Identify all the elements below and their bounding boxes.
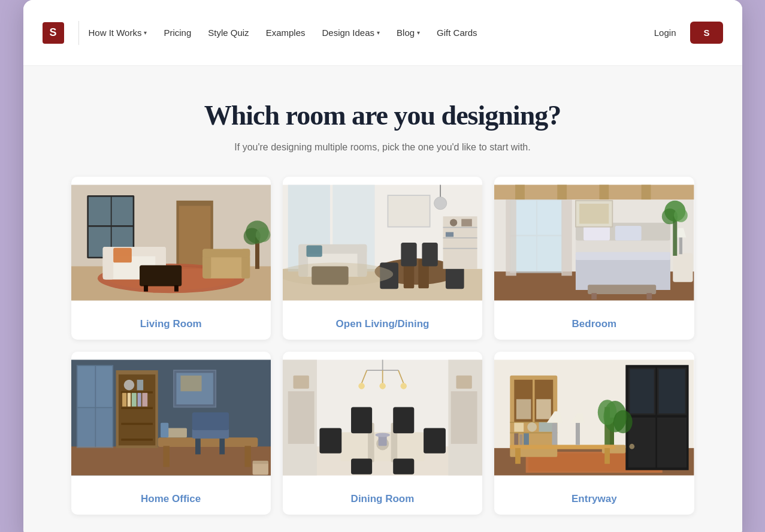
bedroom-image	[494, 177, 694, 309]
chevron-down-icon: ▾	[377, 29, 380, 36]
room-card-living-room[interactable]: Living Room	[71, 177, 271, 340]
room-card-dining-room[interactable]: Dining Room	[283, 352, 482, 515]
svg-rect-174	[519, 434, 522, 446]
svg-rect-55	[446, 232, 453, 237]
svg-rect-172	[536, 399, 551, 419]
svg-point-162	[630, 444, 635, 449]
chevron-down-icon: ▾	[417, 29, 420, 36]
svg-rect-98	[121, 407, 153, 409]
svg-rect-86	[591, 293, 597, 300]
nav-how-it-works[interactable]: How It Works ▾	[89, 28, 147, 38]
entryway-image	[494, 352, 694, 483]
svg-rect-100	[121, 439, 153, 441]
svg-rect-101	[122, 393, 126, 407]
svg-rect-89	[71, 446, 271, 475]
svg-rect-52	[443, 248, 477, 249]
room-card-open-living-dining[interactable]: Open Living/Dining	[283, 177, 482, 340]
svg-rect-108	[158, 437, 258, 447]
svg-rect-54	[461, 219, 472, 226]
svg-rect-116	[165, 428, 186, 438]
svg-rect-4	[111, 197, 132, 225]
svg-rect-22	[113, 248, 132, 263]
chevron-down-icon: ▾	[144, 29, 147, 36]
room-label-living-room: Living Room	[71, 309, 271, 340]
svg-rect-146	[424, 428, 446, 454]
svg-rect-171	[516, 399, 531, 419]
svg-point-82	[674, 208, 688, 222]
nav-style-quiz[interactable]: Style Quiz	[208, 28, 249, 38]
svg-rect-112	[192, 412, 228, 430]
svg-rect-159	[657, 418, 687, 467]
nav-blog[interactable]: Blog ▾	[397, 28, 420, 38]
svg-rect-150	[456, 376, 471, 389]
nav-gift-cards[interactable]: Gift Cards	[437, 28, 477, 38]
svg-rect-119	[252, 461, 268, 464]
svg-rect-94	[96, 408, 112, 447]
svg-point-182	[613, 410, 633, 434]
room-label-open-living-dining: Open Living/Dining	[283, 309, 482, 340]
svg-rect-50	[443, 227, 477, 228]
svg-rect-110	[244, 446, 251, 467]
svg-rect-76	[673, 253, 693, 282]
svg-rect-113	[195, 439, 201, 454]
svg-rect-109	[163, 446, 170, 467]
svg-rect-114	[219, 439, 225, 454]
svg-rect-175	[524, 433, 529, 446]
svg-rect-127	[288, 391, 315, 444]
svg-point-53	[450, 219, 457, 226]
room-card-home-office[interactable]: Home Office	[71, 352, 271, 515]
nav-divider	[78, 21, 79, 45]
svg-rect-149	[293, 376, 309, 389]
svg-rect-187	[576, 423, 580, 445]
svg-rect-20	[144, 285, 148, 292]
svg-rect-61	[642, 185, 651, 200]
page-subtitle: If you're designing multiple rooms, pick…	[71, 142, 694, 153]
svg-rect-104	[137, 393, 141, 407]
room-card-bedroom[interactable]: Bedroom	[494, 177, 694, 340]
svg-rect-18	[202, 249, 250, 258]
svg-rect-19	[140, 265, 182, 286]
svg-rect-141	[351, 407, 372, 433]
svg-rect-161	[659, 369, 685, 413]
svg-rect-168	[514, 423, 524, 432]
svg-rect-170	[539, 422, 554, 432]
svg-rect-31	[388, 195, 430, 227]
svg-rect-105	[142, 393, 147, 407]
navbar: S How It Works ▾ Pricing Style Quiz Exam…	[23, 0, 742, 66]
nav-pricing[interactable]: Pricing	[164, 28, 191, 38]
svg-rect-145	[319, 428, 341, 454]
svg-rect-75	[576, 252, 670, 260]
svg-rect-185	[515, 448, 521, 464]
login-link[interactable]: Login	[654, 28, 676, 38]
svg-rect-144	[393, 458, 414, 474]
svg-point-148	[375, 433, 390, 437]
room-card-entryway[interactable]: Entryway	[494, 352, 694, 515]
home-office-image	[71, 352, 271, 483]
svg-rect-118	[252, 463, 268, 475]
svg-rect-58	[515, 185, 525, 200]
signup-button[interactable]: S	[690, 22, 722, 44]
svg-rect-176	[552, 423, 558, 448]
svg-point-34	[434, 197, 446, 210]
nav-examples[interactable]: Examples	[266, 28, 306, 38]
logo: S	[43, 22, 64, 44]
svg-rect-3	[88, 197, 110, 225]
svg-rect-51	[443, 237, 477, 238]
nav-design-ideas[interactable]: Design Ideas ▾	[322, 28, 380, 38]
svg-rect-91	[77, 366, 95, 407]
svg-point-136	[400, 383, 407, 389]
room-label-home-office: Home Office	[71, 483, 271, 515]
svg-rect-167	[510, 433, 557, 434]
svg-point-134	[358, 383, 365, 389]
room-label-dining-room: Dining Room	[283, 483, 482, 515]
svg-rect-122	[180, 376, 201, 391]
page-title: Which room are you designing?	[71, 99, 694, 131]
room-label-entryway: Entryway	[494, 483, 694, 515]
room-label-bedroom: Bedroom	[494, 309, 694, 340]
svg-rect-41	[422, 243, 437, 266]
svg-rect-117	[161, 423, 168, 438]
main-content: Which room are you designing? If you're …	[23, 66, 742, 532]
dining-room-image	[283, 352, 482, 483]
svg-rect-48	[306, 245, 322, 256]
svg-point-26	[255, 228, 270, 243]
